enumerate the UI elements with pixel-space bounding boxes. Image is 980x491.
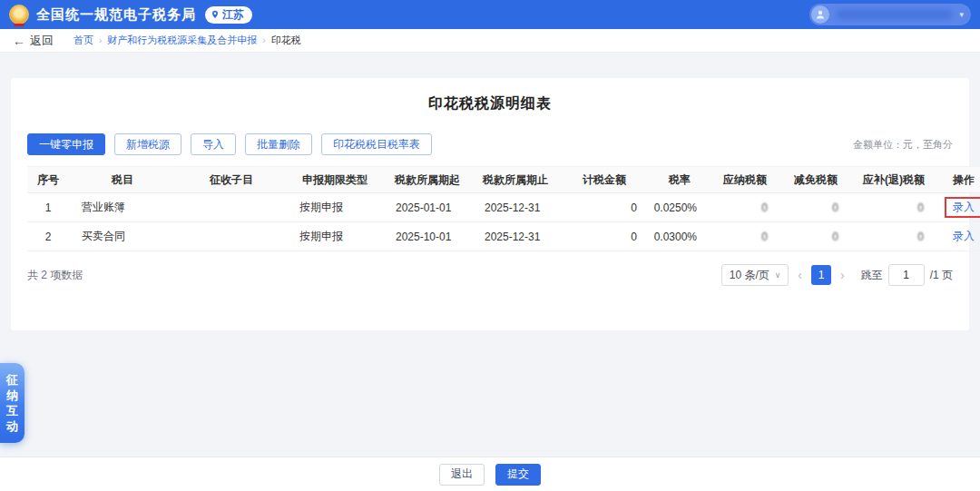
col-reduction: 减免税额 xyxy=(780,167,851,193)
cell-rate: 0.0250% xyxy=(650,193,710,222)
cell-period-start: 2025-01-01 xyxy=(383,193,472,222)
breadcrumb-current: 印花税 xyxy=(271,34,301,47)
tax-source-table: 序号 税目 征收子目 申报期限类型 税款所属期起 税款所属期止 计税金额 税率 … xyxy=(27,166,980,251)
batch-delete-button[interactable]: 批量删除 xyxy=(245,133,312,155)
page-title: 印花税税源明细表 xyxy=(27,94,953,113)
prev-page-button[interactable]: ‹ xyxy=(798,268,802,282)
col-tax-item: 税目 xyxy=(69,167,176,193)
table-header-row: 序号 税目 征收子目 申报期限类型 税款所属期起 税款所属期止 计税金额 税率 … xyxy=(27,167,980,193)
col-period-type: 申报期限类型 xyxy=(287,167,383,193)
col-seq: 序号 xyxy=(27,167,69,193)
app-title: 全国统一规范电子税务局 xyxy=(36,6,196,24)
cell-tax-payable: 0 xyxy=(710,193,780,222)
region-badge[interactable]: 江苏 xyxy=(205,6,252,24)
cell-period-start: 2025-10-01 xyxy=(383,222,472,251)
table-footer: 共 2 项数据 10 条/页 ∨ ‹ 1 › 跳至 /1 页 xyxy=(27,264,953,286)
next-page-button[interactable]: › xyxy=(840,268,845,282)
cell-period-type: 按期申报 xyxy=(287,222,383,251)
pagination: 10 条/页 ∨ ‹ 1 › 跳至 /1 页 xyxy=(721,264,953,286)
import-button[interactable]: 导入 xyxy=(191,133,236,155)
chevron-down-icon: ∨ xyxy=(775,270,781,280)
tax-interaction-side-tab[interactable]: 征纳互动 xyxy=(0,363,24,443)
region-badge-label: 江苏 xyxy=(222,7,244,23)
col-rate: 税率 xyxy=(650,167,710,193)
page-size-value: 10 条/页 xyxy=(730,268,769,283)
cell-rate: 0.0300% xyxy=(650,222,710,251)
user-name-redacted xyxy=(837,10,952,19)
enter-record-link[interactable]: 录入 xyxy=(953,201,975,213)
toolbar: 一键零申报 新增税源 导入 批量删除 印花税税目税率表 金额单位：元，至角分 xyxy=(27,133,953,155)
page-number-1[interactable]: 1 xyxy=(811,265,831,285)
location-pin-icon xyxy=(211,10,220,19)
chevron-down-icon: ▾ xyxy=(959,10,964,19)
cell-due-refund: 0 xyxy=(851,193,936,222)
action-highlight-box: 录入 xyxy=(945,197,980,218)
cell-sub-item xyxy=(176,222,287,251)
cell-reduction: 0 xyxy=(780,193,851,222)
breadcrumb: 首页 › 财产和行为税税源采集及合并申报 › 印花税 xyxy=(74,34,301,47)
one-click-zero-declare-button[interactable]: 一键零申报 xyxy=(27,133,105,155)
add-tax-source-button[interactable]: 新增税源 xyxy=(114,133,181,155)
total-count-label: 共 2 项数据 xyxy=(27,268,83,283)
cell-sub-item xyxy=(176,193,287,222)
breadcrumb-collection[interactable]: 财产和行为税税源采集及合并申报 xyxy=(107,34,257,47)
col-taxable-amount: 计税金额 xyxy=(559,167,650,193)
cell-taxable-amount: 0 xyxy=(559,222,650,251)
page-jump: 跳至 /1 页 xyxy=(861,264,953,286)
breadcrumb-home[interactable]: 首页 xyxy=(74,34,93,47)
back-label: 返回 xyxy=(30,33,54,49)
cell-seq: 2 xyxy=(27,222,69,251)
cell-tax-item: 买卖合同 xyxy=(69,222,176,251)
submit-button[interactable]: 提交 xyxy=(495,464,541,486)
footer-action-bar: 退出 提交 xyxy=(0,457,980,491)
amount-unit-note: 金额单位：元，至角分 xyxy=(853,138,953,152)
col-due-refund: 应补(退)税额 xyxy=(851,167,936,193)
user-avatar-icon xyxy=(811,5,829,24)
cell-due-refund: 0 xyxy=(851,222,936,251)
page-size-select[interactable]: 10 条/页 ∨ xyxy=(721,264,789,286)
table-row: 2 买卖合同 按期申报 2025-10-01 2025-12-31 0 0.03… xyxy=(27,222,980,251)
enter-record-link[interactable]: 录入 xyxy=(953,230,975,242)
cell-tax-item: 营业账簿 xyxy=(69,193,176,222)
cell-action: 录入 xyxy=(936,222,980,251)
cell-taxable-amount: 0 xyxy=(559,193,650,222)
cell-tax-payable: 0 xyxy=(710,222,780,251)
jump-label: 跳至 xyxy=(861,268,883,283)
cell-period-end: 2025-12-31 xyxy=(472,222,559,251)
col-period-end: 税款所属期止 xyxy=(472,167,559,193)
breadcrumb-bar: ← 返回 首页 › 财产和行为税税源采集及合并申报 › 印花税 xyxy=(0,29,980,53)
total-pages-label: /1 页 xyxy=(930,268,953,283)
stamp-tax-rate-table-button[interactable]: 印花税税目税率表 xyxy=(321,133,432,155)
col-action: 操作 xyxy=(936,167,980,193)
side-tab-label: 征纳互动 xyxy=(6,372,19,434)
jump-page-input[interactable] xyxy=(888,264,925,286)
cell-period-type: 按期申报 xyxy=(287,193,383,222)
cell-period-end: 2025-12-31 xyxy=(472,193,559,222)
breadcrumb-separator: › xyxy=(262,35,265,45)
stamp-tax-card: 印花税税源明细表 一键零申报 新增税源 导入 批量删除 印花税税目税率表 金额单… xyxy=(11,78,969,330)
col-tax-payable: 应纳税额 xyxy=(710,167,780,193)
cell-action: 录入 xyxy=(936,193,980,222)
col-period-start: 税款所属期起 xyxy=(383,167,472,193)
back-arrow-icon: ← xyxy=(13,34,25,48)
tax-bureau-logo-icon xyxy=(9,5,29,25)
back-button[interactable]: ← 返回 xyxy=(13,33,54,49)
exit-button[interactable]: 退出 xyxy=(439,464,485,486)
cell-seq: 1 xyxy=(27,193,69,222)
app-header: 全国统一规范电子税务局 江苏 ▾ xyxy=(0,0,980,29)
table-row: 1 营业账簿 按期申报 2025-01-01 2025-12-31 0 0.02… xyxy=(27,193,980,222)
col-sub-item: 征收子目 xyxy=(176,167,287,193)
breadcrumb-separator: › xyxy=(99,35,102,45)
user-account-dropdown[interactable]: ▾ xyxy=(809,4,971,25)
cell-reduction: 0 xyxy=(780,222,851,251)
